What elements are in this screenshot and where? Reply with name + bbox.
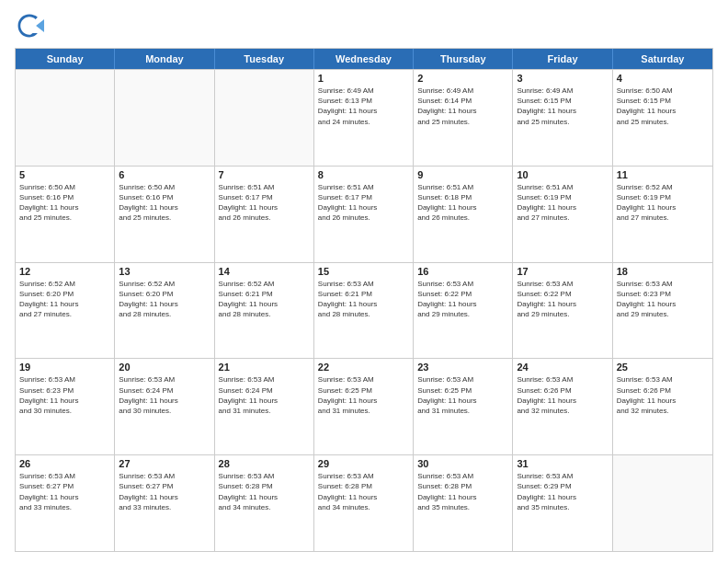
- cell-info: Sunrise: 6:50 AM Sunset: 6:16 PM Dayligh…: [119, 182, 210, 224]
- day-number: 24: [517, 362, 608, 373]
- calendar-cell: 5Sunrise: 6:50 AM Sunset: 6:16 PM Daylig…: [16, 167, 115, 262]
- calendar-cell: 17Sunrise: 6:53 AM Sunset: 6:22 PM Dayli…: [513, 263, 612, 359]
- calendar-row: 5Sunrise: 6:50 AM Sunset: 6:16 PM Daylig…: [16, 166, 712, 262]
- day-number: 19: [19, 362, 110, 373]
- logo-icon: [15, 11, 44, 40]
- calendar-body: 1Sunrise: 6:49 AM Sunset: 6:13 PM Daylig…: [16, 69, 712, 551]
- weekday-header: Sunday: [16, 49, 115, 69]
- day-number: 31: [517, 458, 608, 469]
- day-number: 29: [318, 458, 409, 469]
- weekday-header: Friday: [513, 49, 612, 69]
- calendar-cell: 6Sunrise: 6:50 AM Sunset: 6:16 PM Daylig…: [115, 167, 214, 262]
- day-number: 2: [417, 73, 508, 84]
- calendar-cell: 13Sunrise: 6:52 AM Sunset: 6:20 PM Dayli…: [115, 263, 214, 359]
- calendar: SundayMondayTuesdayWednesdayThursdayFrid…: [15, 48, 713, 552]
- calendar-cell: [115, 70, 214, 166]
- cell-info: Sunrise: 6:52 AM Sunset: 6:21 PM Dayligh…: [219, 279, 310, 320]
- cell-info: Sunrise: 6:53 AM Sunset: 6:28 PM Dayligh…: [219, 471, 310, 512]
- day-number: 3: [517, 73, 608, 84]
- cell-info: Sunrise: 6:49 AM Sunset: 6:15 PM Dayligh…: [517, 86, 608, 127]
- calendar-cell: 9Sunrise: 6:51 AM Sunset: 6:18 PM Daylig…: [414, 167, 513, 262]
- calendar-cell: 18Sunrise: 6:53 AM Sunset: 6:23 PM Dayli…: [613, 263, 712, 359]
- calendar-cell: 22Sunrise: 6:53 AM Sunset: 6:25 PM Dayli…: [314, 359, 414, 454]
- day-number: 17: [517, 266, 608, 277]
- cell-info: Sunrise: 6:53 AM Sunset: 6:25 PM Dayligh…: [417, 374, 508, 416]
- calendar-cell: 10Sunrise: 6:51 AM Sunset: 6:19 PM Dayli…: [513, 167, 612, 262]
- cell-info: Sunrise: 6:51 AM Sunset: 6:18 PM Dayligh…: [417, 182, 508, 224]
- cell-info: Sunrise: 6:53 AM Sunset: 6:27 PM Dayligh…: [119, 471, 210, 512]
- weekday-header: Saturday: [613, 49, 712, 69]
- weekday-header: Tuesday: [215, 49, 314, 69]
- cell-info: Sunrise: 6:50 AM Sunset: 6:15 PM Dayligh…: [617, 86, 709, 127]
- cell-info: Sunrise: 6:51 AM Sunset: 6:17 PM Dayligh…: [318, 182, 409, 224]
- cell-info: Sunrise: 6:52 AM Sunset: 6:19 PM Dayligh…: [617, 182, 709, 224]
- day-number: 18: [617, 266, 709, 277]
- day-number: 4: [617, 73, 709, 84]
- cell-info: Sunrise: 6:53 AM Sunset: 6:24 PM Dayligh…: [219, 374, 310, 416]
- weekday-header: Thursday: [414, 49, 513, 69]
- day-number: 21: [219, 362, 310, 373]
- day-number: 7: [219, 169, 310, 180]
- calendar-row: 1Sunrise: 6:49 AM Sunset: 6:13 PM Daylig…: [16, 69, 712, 166]
- day-number: 6: [119, 169, 210, 180]
- day-number: 15: [318, 266, 409, 277]
- calendar-row: 26Sunrise: 6:53 AM Sunset: 6:27 PM Dayli…: [16, 454, 712, 551]
- cell-info: Sunrise: 6:53 AM Sunset: 6:28 PM Dayligh…: [318, 471, 409, 512]
- calendar-cell: 21Sunrise: 6:53 AM Sunset: 6:24 PM Dayli…: [215, 359, 314, 454]
- calendar-header: SundayMondayTuesdayWednesdayThursdayFrid…: [16, 49, 712, 69]
- weekday-header: Wednesday: [314, 49, 414, 69]
- day-number: 13: [119, 266, 210, 277]
- logo: [15, 11, 48, 40]
- calendar-cell: 1Sunrise: 6:49 AM Sunset: 6:13 PM Daylig…: [314, 70, 414, 166]
- cell-info: Sunrise: 6:49 AM Sunset: 6:14 PM Dayligh…: [417, 86, 508, 127]
- calendar-cell: 8Sunrise: 6:51 AM Sunset: 6:17 PM Daylig…: [314, 167, 414, 262]
- day-number: 8: [318, 169, 409, 180]
- weekday-header: Monday: [115, 49, 214, 69]
- cell-info: Sunrise: 6:53 AM Sunset: 6:26 PM Dayligh…: [517, 374, 608, 416]
- day-number: 20: [119, 362, 210, 373]
- calendar-cell: 7Sunrise: 6:51 AM Sunset: 6:17 PM Daylig…: [215, 167, 314, 262]
- calendar-cell: [215, 70, 314, 166]
- day-number: 28: [219, 458, 310, 469]
- calendar-cell: 4Sunrise: 6:50 AM Sunset: 6:15 PM Daylig…: [613, 70, 712, 166]
- page: SundayMondayTuesdayWednesdayThursdayFrid…: [0, 0, 728, 563]
- cell-info: Sunrise: 6:51 AM Sunset: 6:19 PM Dayligh…: [517, 182, 608, 224]
- day-number: 23: [417, 362, 508, 373]
- cell-info: Sunrise: 6:51 AM Sunset: 6:17 PM Dayligh…: [219, 182, 310, 224]
- day-number: 16: [417, 266, 508, 277]
- calendar-cell: 30Sunrise: 6:53 AM Sunset: 6:28 PM Dayli…: [414, 455, 513, 551]
- cell-info: Sunrise: 6:52 AM Sunset: 6:20 PM Dayligh…: [19, 279, 110, 320]
- calendar-cell: 27Sunrise: 6:53 AM Sunset: 6:27 PM Dayli…: [115, 455, 214, 551]
- calendar-cell: 25Sunrise: 6:53 AM Sunset: 6:26 PM Dayli…: [613, 359, 712, 454]
- cell-info: Sunrise: 6:53 AM Sunset: 6:23 PM Dayligh…: [19, 374, 110, 416]
- calendar-cell: 28Sunrise: 6:53 AM Sunset: 6:28 PM Dayli…: [215, 455, 314, 551]
- cell-info: Sunrise: 6:50 AM Sunset: 6:16 PM Dayligh…: [19, 182, 110, 224]
- day-number: 11: [617, 169, 709, 180]
- cell-info: Sunrise: 6:53 AM Sunset: 6:22 PM Dayligh…: [517, 279, 608, 320]
- calendar-cell: 16Sunrise: 6:53 AM Sunset: 6:22 PM Dayli…: [414, 263, 513, 359]
- day-number: 22: [318, 362, 409, 373]
- calendar-cell: 12Sunrise: 6:52 AM Sunset: 6:20 PM Dayli…: [16, 263, 115, 359]
- day-number: 12: [19, 266, 110, 277]
- cell-info: Sunrise: 6:53 AM Sunset: 6:29 PM Dayligh…: [517, 471, 608, 512]
- day-number: 30: [417, 458, 508, 469]
- calendar-cell: [613, 455, 712, 551]
- cell-info: Sunrise: 6:53 AM Sunset: 6:28 PM Dayligh…: [417, 471, 508, 512]
- day-number: 14: [219, 266, 310, 277]
- cell-info: Sunrise: 6:53 AM Sunset: 6:25 PM Dayligh…: [318, 374, 409, 416]
- calendar-cell: [16, 70, 115, 166]
- calendar-cell: 15Sunrise: 6:53 AM Sunset: 6:21 PM Dayli…: [314, 263, 414, 359]
- day-number: 25: [617, 362, 709, 373]
- day-number: 1: [318, 73, 409, 84]
- cell-info: Sunrise: 6:49 AM Sunset: 6:13 PM Dayligh…: [318, 86, 409, 127]
- calendar-cell: 2Sunrise: 6:49 AM Sunset: 6:14 PM Daylig…: [414, 70, 513, 166]
- cell-info: Sunrise: 6:53 AM Sunset: 6:26 PM Dayligh…: [617, 374, 709, 416]
- cell-info: Sunrise: 6:53 AM Sunset: 6:22 PM Dayligh…: [417, 279, 508, 320]
- cell-info: Sunrise: 6:53 AM Sunset: 6:23 PM Dayligh…: [617, 279, 709, 320]
- day-number: 27: [119, 458, 210, 469]
- day-number: 26: [19, 458, 110, 469]
- calendar-cell: 3Sunrise: 6:49 AM Sunset: 6:15 PM Daylig…: [513, 70, 612, 166]
- calendar-cell: 24Sunrise: 6:53 AM Sunset: 6:26 PM Dayli…: [513, 359, 612, 454]
- calendar-row: 12Sunrise: 6:52 AM Sunset: 6:20 PM Dayli…: [16, 262, 712, 359]
- calendar-row: 19Sunrise: 6:53 AM Sunset: 6:23 PM Dayli…: [16, 358, 712, 454]
